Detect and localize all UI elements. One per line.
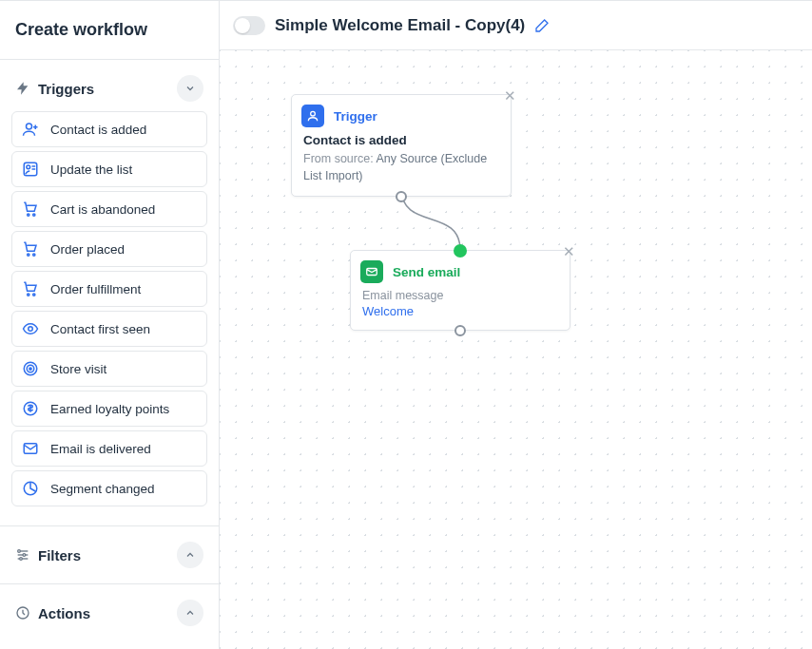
output-port[interactable]	[396, 191, 407, 202]
node-header: Trigger	[292, 95, 511, 127]
workflow-canvas[interactable]: ✕ Trigger Contact is added From source: …	[220, 50, 812, 649]
trigger-label: Contact is added	[50, 123, 146, 137]
node-title: Contact is added	[303, 133, 499, 147]
trigger-label: Segment changed	[50, 482, 155, 496]
svg-point-9	[28, 254, 29, 256]
input-port[interactable]	[454, 244, 467, 258]
trigger-contact-added[interactable]: Contact is added	[11, 111, 207, 147]
source-prefix: From source:	[303, 152, 374, 165]
svg-point-12	[33, 294, 35, 296]
svg-point-11	[28, 294, 29, 296]
coin-icon	[22, 400, 39, 417]
node-body: Contact is added From source: Any Source…	[292, 127, 511, 196]
trigger-order-placed[interactable]: Order placed	[11, 231, 207, 267]
section-triggers-header[interactable]: Triggers	[0, 60, 219, 111]
trigger-cart-abandoned[interactable]: Cart is abandoned	[11, 191, 207, 227]
user-add-icon	[22, 121, 39, 138]
workflow-title: Simple Welcome Email - Copy(4)	[275, 16, 525, 35]
trigger-label: Earned loyalty points	[50, 402, 169, 416]
trigger-loyalty-points[interactable]: Earned loyalty points	[11, 391, 207, 427]
node-type-label: Send email	[393, 265, 460, 279]
section-actions-title: Actions	[38, 605, 177, 621]
node-type-label: Trigger	[334, 109, 377, 124]
topbar: Simple Welcome Email - Copy(4)	[220, 0, 812, 50]
trigger-label: Order fulfillment	[50, 282, 141, 296]
sidebar-title: Create workflow	[15, 20, 203, 40]
output-port[interactable]	[454, 325, 466, 336]
node-trigger[interactable]: ✕ Trigger Contact is added From source: …	[291, 94, 512, 197]
svg-point-22	[23, 554, 26, 557]
sidebar: Create workflow Triggers Contact is adde…	[0, 0, 220, 649]
trigger-label: Contact first seen	[50, 322, 150, 336]
cart-check-icon	[22, 240, 39, 258]
workflow-active-toggle[interactable]	[233, 16, 265, 35]
trigger-label: Email is delivered	[50, 442, 151, 456]
mail-icon	[22, 440, 39, 457]
main-area: Simple Welcome Email - Copy(4) ✕ Trigger…	[220, 0, 812, 649]
message-name-link[interactable]: Welcome	[362, 304, 558, 318]
section-actions: Actions	[0, 584, 219, 641]
trigger-segment-changed[interactable]: Segment changed	[11, 470, 207, 506]
bolt-icon	[15, 81, 30, 96]
list-update-icon	[22, 161, 39, 178]
trigger-update-list[interactable]: Update the list	[11, 151, 207, 187]
svg-point-20	[18, 550, 21, 553]
trigger-email-delivered[interactable]: Email is delivered	[11, 430, 207, 467]
close-icon[interactable]: ✕	[560, 243, 577, 260]
action-icon	[15, 605, 30, 620]
section-filters-title: Filters	[38, 547, 177, 563]
trigger-store-visit[interactable]: Store visit	[11, 351, 207, 387]
triggers-list: Contact is added Update the list Cart is…	[0, 111, 219, 525]
section-actions-header[interactable]: Actions	[0, 584, 219, 641]
svg-point-25	[20, 558, 23, 561]
cart-icon	[22, 200, 39, 218]
trigger-label: Order placed	[50, 242, 125, 257]
svg-point-16	[29, 368, 31, 370]
user-icon	[301, 105, 324, 127]
node-body: Email message Welcome	[351, 283, 570, 330]
trigger-label: Update the list	[50, 162, 132, 177]
target-icon	[22, 360, 39, 377]
svg-point-7	[28, 214, 29, 216]
trigger-order-fulfillment[interactable]: Order fulfillment	[11, 271, 207, 307]
trigger-label: Store visit	[50, 362, 106, 376]
mail-send-icon	[360, 260, 383, 283]
node-send-email[interactable]: ✕ Send email Email message Welcome	[350, 250, 570, 331]
message-label: Email message	[362, 289, 558, 302]
node-subtitle: From source: Any Source (Exclude List Im…	[303, 151, 499, 184]
trigger-label: Cart is abandoned	[50, 202, 155, 217]
svg-point-8	[33, 214, 35, 216]
svg-point-10	[33, 254, 35, 256]
section-filters-header[interactable]: Filters	[0, 526, 219, 583]
close-icon[interactable]: ✕	[501, 87, 518, 105]
svg-point-13	[29, 327, 33, 332]
svg-point-4	[27, 165, 30, 169]
svg-point-0	[27, 124, 32, 129]
chevron-up-icon[interactable]	[177, 542, 203, 568]
cart-star-icon	[22, 280, 39, 297]
edit-title-icon[interactable]	[534, 18, 550, 33]
pie-icon	[22, 480, 39, 497]
svg-point-29	[311, 111, 316, 116]
eye-icon	[22, 320, 39, 337]
chevron-up-icon[interactable]	[177, 600, 203, 626]
chevron-down-icon[interactable]	[177, 75, 203, 102]
trigger-contact-first-seen[interactable]: Contact first seen	[11, 311, 207, 347]
section-triggers: Triggers Contact is added Update the lis…	[0, 60, 219, 526]
filter-icon	[15, 547, 30, 563]
section-filters: Filters	[0, 526, 219, 584]
sidebar-header: Create workflow	[0, 1, 219, 60]
section-triggers-title: Triggers	[38, 81, 177, 97]
